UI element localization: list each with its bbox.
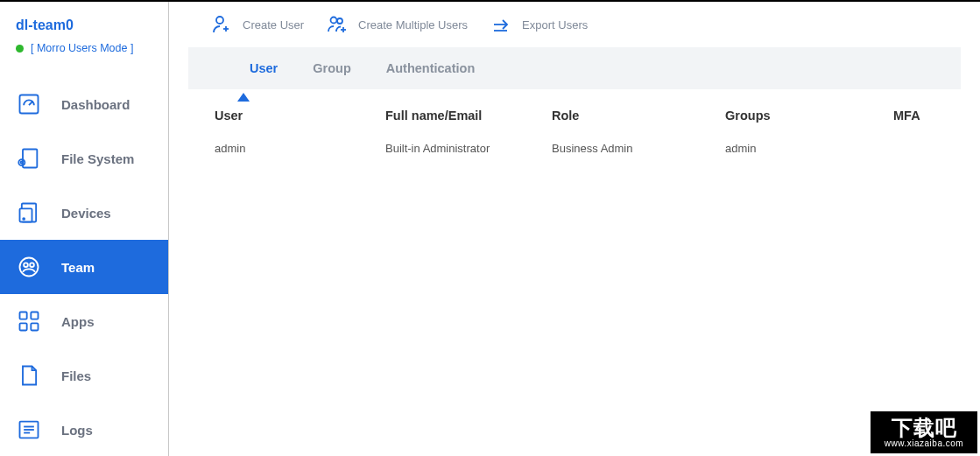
logs-icon <box>16 417 42 443</box>
main-content: Create User Create Multiple Users Export… <box>169 2 980 456</box>
status-dot-icon <box>16 45 24 53</box>
sidebar-item-team[interactable]: Team <box>0 240 168 294</box>
table-row[interactable]: admin Built-in Administrator Business Ad… <box>215 138 936 158</box>
svg-line-1 <box>29 102 33 106</box>
sidebar-item-apps[interactable]: Apps <box>0 294 168 348</box>
col-header-groups[interactable]: Groups <box>725 109 893 123</box>
sort-indicator-row <box>208 89 980 105</box>
tab-group[interactable]: Group <box>313 61 351 75</box>
svg-point-8 <box>20 258 39 277</box>
cell-fullname: Built-in Administrator <box>385 142 552 155</box>
svg-rect-14 <box>31 323 38 330</box>
svg-rect-2 <box>23 150 37 168</box>
watermark-url: www.xiazaiba.com <box>885 438 963 448</box>
toolbar-label: Export Users <box>522 18 588 32</box>
svg-point-4 <box>21 162 23 164</box>
sidebar-item-logs[interactable]: Logs <box>0 403 168 456</box>
svg-point-3 <box>18 159 25 165</box>
tab-user[interactable]: User <box>250 61 278 75</box>
team-icon <box>16 254 42 280</box>
create-user-button[interactable]: Create User <box>211 14 304 35</box>
svg-point-7 <box>23 218 25 220</box>
col-header-mfa[interactable]: MFA <box>893 109 936 123</box>
tabs-row: User Group Authentication <box>188 47 961 89</box>
svg-rect-6 <box>20 208 32 221</box>
devices-icon <box>16 200 42 226</box>
toolbar: Create User Create Multiple Users Export… <box>169 2 980 47</box>
sidebar-item-files[interactable]: Files <box>0 348 168 403</box>
sidebar-item-label: Apps <box>61 314 95 329</box>
sidebar: dl-team0 [ Morro Users Mode ] Dashboard … <box>0 2 169 456</box>
mode-row: [ Morro Users Mode ] <box>16 42 152 54</box>
users-plus-icon <box>327 14 348 35</box>
table-header: User Full name/Email Role Groups MFA <box>215 105 936 138</box>
sidebar-item-label: Logs <box>61 423 93 438</box>
sidebar-item-label: Dashboard <box>61 97 130 112</box>
svg-point-22 <box>331 18 337 24</box>
cell-groups: admin <box>725 142 893 155</box>
sidebar-item-filesystem[interactable]: File System <box>0 131 168 186</box>
svg-point-23 <box>337 18 342 24</box>
toolbar-label: Create Multiple Users <box>358 18 468 32</box>
sidebar-item-label: File System <box>61 151 134 166</box>
sidebar-item-dashboard[interactable]: Dashboard <box>0 77 168 131</box>
cell-role: Business Admin <box>552 142 725 155</box>
svg-rect-12 <box>31 312 38 319</box>
svg-point-19 <box>216 17 223 24</box>
svg-rect-13 <box>20 323 27 330</box>
tab-authentication[interactable]: Authentication <box>386 61 476 75</box>
team-name: dl-team0 <box>16 18 152 33</box>
user-plus-icon <box>211 14 232 35</box>
users-table: User Full name/Email Role Groups MFA adm… <box>169 105 980 158</box>
watermark-title: 下载吧 <box>892 417 957 438</box>
sidebar-item-label: Devices <box>61 206 111 221</box>
sidebar-nav: Dashboard File System Devices Team <box>0 77 168 456</box>
sidebar-item-label: Team <box>61 260 95 275</box>
col-header-role[interactable]: Role <box>552 109 725 123</box>
files-icon <box>16 362 42 389</box>
filesystem-icon <box>16 145 42 172</box>
sort-asc-icon[interactable] <box>237 93 250 102</box>
dashboard-icon <box>16 91 42 117</box>
export-users-button[interactable]: Export Users <box>490 14 588 35</box>
sidebar-item-devices[interactable]: Devices <box>0 186 168 240</box>
apps-icon <box>16 308 42 334</box>
svg-rect-11 <box>20 312 27 319</box>
svg-point-10 <box>30 263 34 267</box>
sidebar-item-label: Files <box>61 368 91 383</box>
sidebar-header: dl-team0 [ Morro Users Mode ] <box>0 18 168 65</box>
col-header-fullname[interactable]: Full name/Email <box>385 109 552 123</box>
watermark: 下载吧 www.xiazaiba.com <box>871 411 977 453</box>
toolbar-label: Create User <box>243 18 304 32</box>
cell-user: admin <box>215 142 385 155</box>
create-multiple-users-button[interactable]: Create Multiple Users <box>327 14 468 35</box>
export-icon <box>490 14 511 35</box>
mode-label: [ Morro Users Mode ] <box>31 42 133 54</box>
svg-point-9 <box>24 263 28 267</box>
col-header-user[interactable]: User <box>215 109 385 123</box>
cell-mfa <box>893 142 936 155</box>
